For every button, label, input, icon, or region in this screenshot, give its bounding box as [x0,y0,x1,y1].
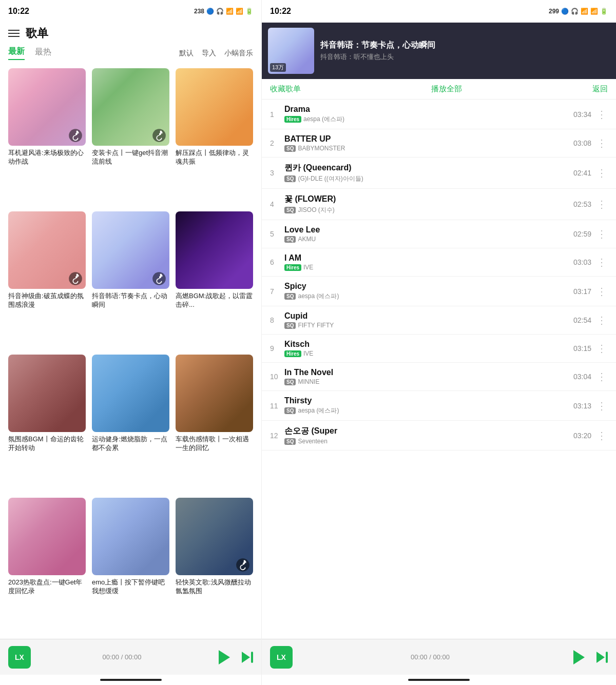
song-meta-1: Hires aespa (에스파) [284,115,573,124]
playlist-thumb-6 [176,211,253,289]
list-item[interactable]: 解压踩点丨低频律动，灵魂共振 [176,68,253,205]
right-play-button[interactable] [568,647,588,668]
song-title-4: 꽃 (FLOWER) [284,194,573,205]
song-row-6[interactable]: 6 I AM Hires IVE 03:03 ⋮ [262,248,616,277]
song-more-11[interactable]: ⋮ [595,400,608,412]
song-badge-12: SQ [284,438,296,445]
action-import[interactable]: 导入 [202,49,216,58]
list-item[interactable]: 轻快英文歌:浅风微醺拉动氤氲氛围 [176,498,253,635]
list-item[interactable]: 运动健身:燃烧脂肪，一点都不会累 [92,355,169,492]
list-item[interactable]: 抖音韩语:节奏卡点，心动瞬间 [92,211,169,348]
left-play-button[interactable] [213,647,234,668]
song-meta-3: SQ (G)I-DLE ((여자)아이들) [284,174,573,183]
playlist-label-4: 抖音神级曲:破茧成蝶的氛围感浪漫 [8,292,86,309]
playlist-label-2: 变装卡点丨一键get抖音潮流前线 [92,149,169,166]
song-duration-7: 03:17 [573,287,591,296]
banner-count: 13万 [270,63,286,72]
song-row-3[interactable]: 3 퀸카 (Queencard) SQ (G)I-DLE ((여자)아이들) 0… [262,158,616,189]
right-skip-forward-button[interactable] [596,652,608,663]
song-num-12: 12 [270,432,284,440]
song-meta-8: SQ FIFTY FIFTY [284,322,573,329]
song-artist-7: aespa (에스파) [298,292,339,301]
song-title-1: Drama [284,105,573,114]
list-item[interactable]: 氛围感BGM丨命运的齿轮开始转动 [8,355,86,492]
song-row-7[interactable]: 7 Spicy SQ aespa (에스파) 03:17 ⋮ [262,277,616,306]
list-item[interactable]: 车载伤感情歌丨一次相遇一生的回忆 [176,355,253,492]
song-row-1[interactable]: 1 Drama Hires aespa (에스파) 03:34 ⋮ [262,100,616,129]
left-bottom-player: LX 00:00 / 00:00 [0,639,261,675]
song-title-3: 퀸카 (Queencard) [284,163,573,173]
playlist-thumb-10 [8,498,86,575]
save-playlist-button[interactable]: 收藏歌单 [270,84,301,94]
left-skip-forward-button[interactable] [242,652,253,663]
song-badge-3: SQ [284,175,296,182]
song-num-4: 4 [270,200,284,208]
action-default[interactable]: 默认 [179,49,194,58]
right-status-bar: 10:22 299 🔵 🎧 📶 📶 🔋 [262,0,616,23]
song-more-3[interactable]: ⋮ [595,167,608,179]
song-info-1: Drama Hires aespa (에스파) [284,105,573,124]
tab-latest[interactable]: 最新 [8,46,25,60]
song-info-4: 꽃 (FLOWER) SQ JISOO (지수) [284,194,573,214]
tiktok-logo-2 [152,128,166,143]
right-signal-text: 299 [549,8,559,15]
song-badge-2: SQ [284,145,296,152]
song-row-5[interactable]: 5 Love Lee SQ AKMU 02:59 ⋮ [262,220,616,248]
song-badge-11: SQ [284,407,296,414]
song-info-5: Love Lee SQ AKMU [284,225,573,243]
left-panel: 10:22 238 🔵 🎧 📶 📶 🔋 歌单 最新 最热 默认 导入 小蜗音乐 [0,0,262,685]
song-artist-11: aespa (에스파) [298,406,339,415]
song-duration-1: 03:34 [573,110,591,119]
song-more-4[interactable]: ⋮ [595,198,608,210]
song-more-1[interactable]: ⋮ [595,108,608,121]
song-badge-9: Hires [284,350,301,357]
song-row-4[interactable]: 4 꽃 (FLOWER) SQ JISOO (지수) 02:53 ⋮ [262,189,616,220]
song-meta-6: Hires IVE [284,264,573,271]
song-more-2[interactable]: ⋮ [595,137,608,149]
list-item[interactable]: 抖音神级曲:破茧成蝶的氛围感浪漫 [8,211,86,348]
right-wifi-icon: 📶 [590,8,598,15]
playlist-thumb-1 [8,68,86,146]
list-item[interactable]: emo上瘾丨按下暂停键吧我想缓缓 [92,498,169,635]
song-artist-6: IVE [303,264,313,271]
song-badge-7: SQ [284,293,296,300]
song-more-9[interactable]: ⋮ [595,342,608,355]
song-row-2[interactable]: 2 BATTER UP SQ BABYMONSTER 03:08 ⋮ [262,129,616,158]
song-num-5: 5 [270,230,284,238]
right-skip-bar-icon [606,652,608,663]
song-more-6[interactable]: ⋮ [595,256,608,268]
song-row-11[interactable]: 11 Thirsty SQ aespa (에스파) 03:13 ⋮ [262,391,616,421]
right-play-triangle-icon [573,650,585,664]
playlist-label-5: 抖音韩语:节奏卡点，心动瞬间 [92,292,169,309]
song-more-10[interactable]: ⋮ [595,370,608,383]
song-duration-11: 03:13 [573,402,591,410]
right-home-bar [408,679,470,681]
song-more-7[interactable]: ⋮ [595,285,608,298]
left-status-icons: 238 🔵 🎧 📶 📶 🔋 [194,8,253,15]
song-more-12[interactable]: ⋮ [595,429,608,442]
song-meta-11: SQ aespa (에스파) [284,406,573,415]
playlist-label-8: 运动健身:燃烧脂肪，一点都不会累 [92,435,169,453]
play-all-button[interactable]: 播放全部 [301,84,592,94]
list-item[interactable]: 耳机避风港:来场极致的心动作战 [8,68,86,205]
song-more-5[interactable]: ⋮ [595,228,608,240]
playlist-thumb-2 [92,68,169,146]
wifi-icon: 📶 [236,8,243,15]
signal-text: 238 [194,8,204,15]
tab-hot[interactable]: 最热 [35,47,51,60]
list-item[interactable]: 2023热歌盘点:一键Get年度回忆录 [8,498,86,635]
left-player-avatar: LX [8,646,31,669]
song-row-10[interactable]: 10 In The Novel SQ MINNIE 03:04 ⋮ [262,363,616,391]
song-badge-6: Hires [284,264,301,271]
song-row-9[interactable]: 9 Kitsch Hires IVE 03:15 ⋮ [262,335,616,363]
list-item[interactable]: 高燃BGM:战歌起，以雷霆击碎... [176,211,253,348]
action-netease[interactable]: 小蜗音乐 [224,49,253,58]
song-artist-12: Seventeen [298,438,327,445]
hamburger-menu-icon[interactable] [8,30,20,37]
list-item[interactable]: 变装卡点丨一键get抖音潮流前线 [92,68,169,205]
song-row-12[interactable]: 12 손오공 (Super SQ Seventeen 03:20 ⋮ [262,421,616,451]
back-button[interactable]: 返回 [592,84,608,94]
song-info-3: 퀸카 (Queencard) SQ (G)I-DLE ((여자)아이들) [284,163,573,183]
song-row-8[interactable]: 8 Cupid SQ FIFTY FIFTY 02:54 ⋮ [262,306,616,335]
song-more-8[interactable]: ⋮ [595,314,608,326]
